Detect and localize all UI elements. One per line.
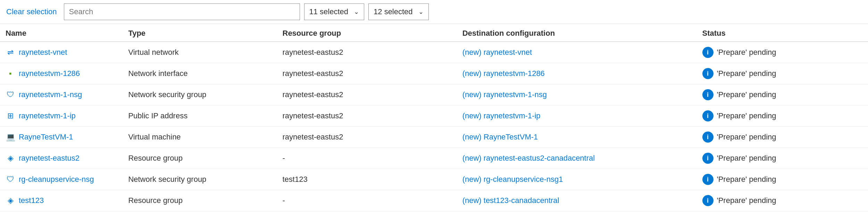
cell-dest-5: (new) raynetest-eastus2-canadacentral bbox=[457, 148, 697, 169]
resource-name-text-0[interactable]: raynetest-vnet bbox=[19, 48, 67, 57]
cell-type-6: Network security group bbox=[123, 169, 277, 190]
status-cell-6: i 'Prepare' pending bbox=[702, 174, 863, 185]
dest-config-link-2[interactable]: (new) raynetestvm-1-nsg bbox=[462, 90, 547, 99]
cell-rg-4: raynetest-eastus2 bbox=[277, 127, 457, 148]
table-row: ⊞ raynetestvm-1-ip Public IP address ray… bbox=[0, 105, 868, 127]
cell-rg-1: raynetest-eastus2 bbox=[277, 63, 457, 84]
status-text-5: 'Prepare' pending bbox=[717, 154, 776, 163]
info-icon-6[interactable]: i bbox=[702, 174, 713, 185]
cell-rg-0: raynetest-eastus2 bbox=[277, 42, 457, 63]
resource-name-link-1[interactable]: ▪ raynetestvm-1286 bbox=[6, 69, 117, 78]
resource-name-link-3[interactable]: ⊞ raynetestvm-1-ip bbox=[6, 111, 117, 121]
cell-name-6: 🛡 rg-cleanupservice-nsg bbox=[0, 169, 123, 190]
resource-name-link-4[interactable]: 💻 RayneTestVM-1 bbox=[6, 132, 117, 142]
dest-config-link-6[interactable]: (new) rg-cleanupservice-nsg1 bbox=[462, 175, 563, 184]
cell-name-3: ⊞ raynetestvm-1-ip bbox=[0, 105, 123, 127]
status-cell-4: i 'Prepare' pending bbox=[702, 132, 863, 143]
status-cell-1: i 'Prepare' pending bbox=[702, 68, 863, 79]
virtual-network-icon: ⇌ bbox=[6, 48, 15, 57]
virtual-machine-icon: 💻 bbox=[6, 132, 15, 142]
status-text-3: 'Prepare' pending bbox=[717, 111, 776, 120]
status-text-0: 'Prepare' pending bbox=[717, 48, 776, 57]
info-icon-7[interactable]: i bbox=[702, 195, 713, 206]
cell-dest-0: (new) raynetest-vnet bbox=[457, 42, 697, 63]
cell-status-3: i 'Prepare' pending bbox=[697, 105, 868, 127]
resource-group-icon2: ◈ bbox=[6, 196, 15, 205]
cell-status-7: i 'Prepare' pending bbox=[697, 190, 868, 211]
filter1-dropdown[interactable]: 11 selected ⌄ bbox=[304, 3, 365, 20]
public-ip-icon: ⊞ bbox=[6, 111, 15, 121]
resource-name-text-6[interactable]: rg-cleanupservice-nsg bbox=[19, 175, 94, 184]
dest-config-link-0[interactable]: (new) raynetest-vnet bbox=[462, 48, 532, 57]
cell-dest-6: (new) rg-cleanupservice-nsg1 bbox=[457, 169, 697, 190]
table-row: ▪ raynetestvm-1286 Network interface ray… bbox=[0, 63, 868, 84]
cell-dest-3: (new) raynetestvm-1-ip bbox=[457, 105, 697, 127]
status-text-1: 'Prepare' pending bbox=[717, 69, 776, 78]
cell-status-6: i 'Prepare' pending bbox=[697, 169, 868, 190]
cell-name-4: 💻 RayneTestVM-1 bbox=[0, 127, 123, 148]
cell-rg-5: - bbox=[277, 148, 457, 169]
clear-selection-button[interactable]: Clear selection bbox=[3, 5, 60, 18]
filter2-dropdown[interactable]: 12 selected ⌄ bbox=[368, 3, 429, 20]
resource-name-link-0[interactable]: ⇌ raynetest-vnet bbox=[6, 48, 117, 57]
status-text-6: 'Prepare' pending bbox=[717, 175, 776, 184]
network-security-group-icon2: 🛡 bbox=[6, 175, 15, 184]
filter1-chevron-icon: ⌄ bbox=[354, 8, 359, 16]
cell-name-7: ◈ test123 bbox=[0, 190, 123, 211]
resource-name-text-5[interactable]: raynetest-eastus2 bbox=[19, 154, 80, 163]
col-header-name: Name bbox=[0, 24, 123, 42]
cell-status-1: i 'Prepare' pending bbox=[697, 63, 868, 84]
filter1-label: 11 selected bbox=[309, 7, 349, 16]
resource-name-link-7[interactable]: ◈ test123 bbox=[6, 196, 117, 205]
cell-rg-6: test123 bbox=[277, 169, 457, 190]
resource-group-icon: ◈ bbox=[6, 153, 15, 163]
cell-type-5: Resource group bbox=[123, 148, 277, 169]
search-input[interactable] bbox=[64, 3, 300, 20]
cell-type-2: Network security group bbox=[123, 84, 277, 105]
table-row: ◈ test123 Resource group - (new) test123… bbox=[0, 190, 868, 211]
cell-rg-3: raynetest-eastus2 bbox=[277, 105, 457, 127]
cell-dest-1: (new) raynetestvm-1286 bbox=[457, 63, 697, 84]
cell-dest-2: (new) raynetestvm-1-nsg bbox=[457, 84, 697, 105]
resource-name-text-3[interactable]: raynetestvm-1-ip bbox=[19, 111, 76, 120]
cell-type-3: Public IP address bbox=[123, 105, 277, 127]
cell-name-1: ▪ raynetestvm-1286 bbox=[0, 63, 123, 84]
cell-rg-2: raynetest-eastus2 bbox=[277, 84, 457, 105]
dest-config-link-4[interactable]: (new) RayneTestVM-1 bbox=[462, 133, 538, 141]
filter2-label: 12 selected bbox=[374, 7, 413, 16]
resource-name-text-1[interactable]: raynetestvm-1286 bbox=[19, 69, 80, 78]
cell-rg-7: - bbox=[277, 190, 457, 211]
resource-name-text-2[interactable]: raynetestvm-1-nsg bbox=[19, 90, 82, 99]
dest-config-link-7[interactable]: (new) test123-canadacentral bbox=[462, 196, 559, 205]
resource-name-text-4[interactable]: RayneTestVM-1 bbox=[19, 133, 73, 142]
toolbar: Clear selection 11 selected ⌄ 12 selecte… bbox=[0, 0, 868, 24]
resource-name-link-2[interactable]: 🛡 raynetestvm-1-nsg bbox=[6, 90, 117, 100]
table-row: ◈ raynetest-eastus2 Resource group - (ne… bbox=[0, 148, 868, 169]
table-row: ⇌ raynetest-vnet Virtual network raynete… bbox=[0, 42, 868, 63]
network-security-group-icon: 🛡 bbox=[6, 90, 15, 100]
status-cell-5: i 'Prepare' pending bbox=[702, 153, 863, 164]
cell-name-0: ⇌ raynetest-vnet bbox=[0, 42, 123, 63]
resource-name-link-5[interactable]: ◈ raynetest-eastus2 bbox=[6, 153, 117, 163]
resource-name-link-6[interactable]: 🛡 rg-cleanupservice-nsg bbox=[6, 175, 117, 184]
network-interface-icon: ▪ bbox=[6, 69, 15, 78]
info-icon-0[interactable]: i bbox=[702, 47, 713, 58]
dest-config-link-3[interactable]: (new) raynetestvm-1-ip bbox=[462, 111, 541, 120]
table-row: 🛡 rg-cleanupservice-nsg Network security… bbox=[0, 169, 868, 190]
info-icon-4[interactable]: i bbox=[702, 132, 713, 143]
info-icon-5[interactable]: i bbox=[702, 153, 713, 164]
table-header-row: Name Type Resource group Destination con… bbox=[0, 24, 868, 42]
info-icon-2[interactable]: i bbox=[702, 89, 713, 100]
cell-name-5: ◈ raynetest-eastus2 bbox=[0, 148, 123, 169]
info-icon-1[interactable]: i bbox=[702, 68, 713, 79]
cell-dest-4: (new) RayneTestVM-1 bbox=[457, 127, 697, 148]
dest-config-link-1[interactable]: (new) raynetestvm-1286 bbox=[462, 69, 545, 78]
status-cell-2: i 'Prepare' pending bbox=[702, 89, 863, 100]
dest-config-link-5[interactable]: (new) raynetest-eastus2-canadacentral bbox=[462, 154, 595, 162]
resource-name-text-7[interactable]: test123 bbox=[19, 196, 44, 205]
col-header-type: Type bbox=[123, 24, 277, 42]
cell-type-1: Network interface bbox=[123, 63, 277, 84]
cell-status-4: i 'Prepare' pending bbox=[697, 127, 868, 148]
filter2-chevron-icon: ⌄ bbox=[418, 8, 424, 16]
info-icon-3[interactable]: i bbox=[702, 110, 713, 121]
